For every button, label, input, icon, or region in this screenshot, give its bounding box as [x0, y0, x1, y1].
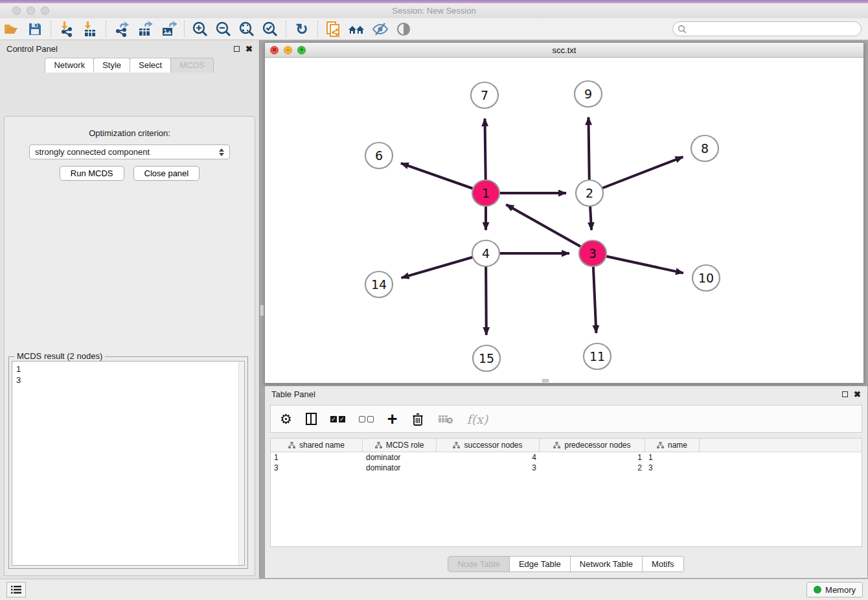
criterion-select[interactable]: strongly connected component — [29, 144, 230, 159]
mcds-pane: Optimization criterion: strongly connect… — [4, 116, 255, 576]
table-cell[interactable]: 2 — [540, 463, 645, 473]
zoom-selected-icon — [262, 21, 279, 38]
refresh-button[interactable]: ↻ — [292, 20, 312, 38]
memory-label: Memory — [825, 585, 856, 595]
export-network-button[interactable] — [112, 20, 131, 38]
mcds-result-text[interactable]: 1 3 — [12, 361, 245, 566]
save-session-button[interactable] — [25, 20, 45, 38]
control-panel-tabs: NetworkStyleSelectMCDS — [0, 58, 259, 73]
float-table-panel-icon[interactable] — [842, 391, 848, 397]
tab-style[interactable]: Style — [93, 58, 130, 73]
node-label-11: 11 — [589, 349, 605, 363]
node-label-15: 15 — [479, 351, 494, 365]
zoom-out-button[interactable] — [214, 20, 233, 38]
table-cell[interactable]: 3 — [271, 463, 363, 473]
tab-edge-table[interactable]: Edge Table — [509, 556, 571, 572]
export-table-icon — [137, 21, 154, 38]
add-column-button[interactable]: + — [387, 411, 398, 428]
export-table-button[interactable] — [135, 20, 155, 38]
table-cell[interactable]: dominator — [363, 452, 437, 463]
function-builder-button[interactable]: f(x) — [467, 411, 488, 428]
table-row[interactable]: 1dominator411 — [271, 452, 862, 463]
split-columns-button[interactable] — [306, 411, 317, 428]
checked-box-icon: ✓ — [339, 416, 345, 422]
zoom-in-button[interactable] — [190, 20, 210, 38]
node-label-4: 4 — [482, 246, 490, 260]
column-type-icon — [375, 442, 382, 449]
table-cell[interactable]: 1 — [540, 452, 645, 463]
table-cell[interactable]: 1 — [271, 452, 363, 463]
open-session-button[interactable] — [2, 20, 21, 38]
node-label-6: 6 — [375, 148, 383, 163]
network-view-window[interactable]: ✕ − + scc.txt 1234678910111415 — [264, 42, 864, 384]
toolbar-separator — [51, 21, 51, 38]
node-label-7: 7 — [481, 88, 488, 102]
tab-mcds[interactable]: MCDS — [170, 58, 213, 73]
close-table-panel-icon[interactable]: ✖ — [854, 391, 861, 398]
table-body: 1dominator4113dominator323 — [271, 452, 862, 473]
column-header-predecessor-nodes[interactable]: predecessor nodes — [540, 439, 645, 452]
export-image-button[interactable] — [159, 20, 178, 38]
zoom-selected-button[interactable] — [260, 20, 280, 38]
tab-node-table[interactable]: Node Table — [448, 556, 510, 572]
list-icon — [11, 585, 21, 594]
run-mcds-button[interactable]: Run MCDS — [60, 166, 124, 181]
hide-selected-button[interactable] — [371, 20, 390, 38]
splitter-handle[interactable] — [260, 305, 264, 316]
deselect-all-columns-button[interactable] — [359, 411, 374, 428]
tab-motifs[interactable]: Motifs — [642, 556, 684, 572]
search-box[interactable] — [672, 21, 862, 36]
eye-icon — [395, 21, 412, 38]
column-header-successor-nodes[interactable]: successor nodes — [437, 439, 540, 452]
close-panel-button[interactable]: Close panel — [133, 166, 200, 181]
close-panel-icon[interactable]: ✖ — [246, 45, 253, 52]
result-scrollbar[interactable] — [238, 362, 244, 565]
tab-select[interactable]: Select — [130, 58, 171, 73]
table-cell[interactable]: 1 — [645, 452, 700, 463]
fx-icon: f(x) — [467, 412, 488, 426]
network-canvas[interactable]: 1234678910111415 — [265, 58, 863, 383]
houses-icon — [348, 21, 366, 38]
export-image-icon — [160, 21, 177, 38]
network-graph[interactable]: 1234678910111415 — [265, 58, 863, 383]
table-row[interactable]: 3dominator323 — [271, 463, 862, 473]
show-all-button[interactable] — [394, 20, 413, 38]
column-header-shared-name[interactable]: shared name — [271, 439, 363, 452]
table-cell[interactable]: dominator — [363, 463, 437, 473]
tab-network-table[interactable]: Network Table — [570, 556, 643, 572]
zoom-out-icon — [215, 21, 232, 38]
delete-column-button[interactable] — [411, 411, 424, 428]
canvas-scrollbar-thumb[interactable] — [542, 379, 549, 382]
unchecked-box-icon — [367, 416, 374, 422]
task-history-button[interactable] — [6, 582, 26, 597]
toolbar-separator — [184, 21, 185, 38]
float-panel-icon[interactable] — [234, 46, 240, 52]
duplicate-network-button[interactable] — [324, 20, 343, 38]
select-stepper-icon — [219, 148, 224, 156]
titlebar[interactable]: Session: New Session — [0, 3, 868, 18]
tab-network[interactable]: Network — [45, 58, 94, 73]
import-table-button[interactable] — [80, 20, 100, 38]
table-cell[interactable]: 4 — [437, 452, 540, 463]
column-header-MCDS-role[interactable]: MCDS role — [363, 439, 437, 452]
search-icon — [678, 25, 687, 34]
edge-2-8[interactable] — [589, 157, 683, 193]
column-header-name[interactable]: name — [645, 439, 700, 452]
table-cell[interactable]: 3 — [645, 463, 700, 473]
trash-icon — [411, 412, 424, 426]
memory-button[interactable]: Memory — [806, 582, 863, 597]
zoom-fit-button[interactable] — [237, 20, 257, 38]
delete-table-button[interactable] — [438, 411, 453, 428]
table-cell[interactable]: 3 — [437, 463, 540, 473]
import-network-button[interactable] — [57, 20, 76, 38]
refresh-icon: ↻ — [295, 23, 308, 36]
first-neighbors-button[interactable] — [347, 20, 367, 38]
node-label-1: 1 — [482, 186, 490, 200]
table-settings-button[interactable]: ⚙ — [280, 411, 292, 428]
window-title: Session: New Session — [0, 6, 868, 16]
network-window-titlebar[interactable]: ✕ − + scc.txt — [265, 43, 863, 58]
search-input[interactable] — [687, 23, 861, 35]
import-network-icon — [58, 21, 75, 38]
select-all-columns-button[interactable]: ✓ ✓ — [330, 411, 345, 428]
edge-3-1[interactable] — [506, 205, 593, 253]
